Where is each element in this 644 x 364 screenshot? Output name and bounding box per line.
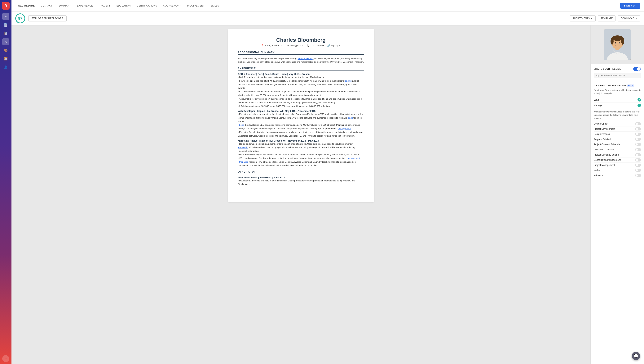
keyword-consenting-process: Consenting Process bbox=[594, 147, 641, 152]
download-label: DOWNLOAD bbox=[621, 17, 634, 20]
managed-link[interactable]: Managed bbox=[239, 161, 248, 163]
nav-coursework[interactable]: COURSEWORK bbox=[160, 3, 184, 8]
nav-project[interactable]: PROJECT bbox=[96, 3, 113, 8]
keyword-project-management: Project Management bbox=[594, 163, 641, 168]
keyword-prepare-detailed-toggle[interactable] bbox=[635, 138, 641, 141]
nav-experience[interactable]: EXPERIENCE bbox=[74, 3, 96, 8]
download-chevron-icon: ▼ bbox=[635, 17, 637, 20]
keyword-lead-check: ✓ bbox=[638, 98, 641, 102]
keyword-project-management-toggle[interactable] bbox=[635, 164, 641, 167]
nav-involvement[interactable]: INVOLVEMENT bbox=[184, 3, 207, 8]
other1-title: Venture Architect | FlashFeed | June 202… bbox=[238, 176, 364, 179]
exp3-bullet-3: • Managed mobile 2 PPC strategy efforts,… bbox=[238, 160, 364, 167]
other-stuff-title: OTHER STUFF bbox=[238, 170, 364, 174]
keyword-project-consent-schedule: Project Consent Schedule bbox=[594, 142, 641, 147]
keyword-project-management-label: Project Management bbox=[594, 164, 615, 166]
keyword-project-consent-schedule-label: Project Consent Schedule bbox=[594, 143, 620, 146]
nav-rezi-resume[interactable]: REZI RESUME bbox=[15, 3, 38, 8]
share-label: SHARE YOUR RESUME bbox=[594, 68, 621, 70]
keyword-lead: Lead ✓ bbox=[594, 97, 641, 103]
sidebar-film-icon[interactable]: 🎦 bbox=[2, 55, 9, 62]
other1-bullet-1: • Developed 1 no-code and fully-featured… bbox=[238, 179, 364, 186]
sidebar-doc1-icon[interactable]: 📄 bbox=[2, 22, 9, 28]
nav-skills[interactable]: SKILLS bbox=[208, 3, 222, 8]
resume-area: Charles Bloomberg 📍 Seoul, South Korea ✉… bbox=[12, 26, 590, 364]
nav-contact[interactable]: CONTACT bbox=[38, 3, 55, 8]
keyword-verbal-toggle[interactable] bbox=[635, 169, 641, 172]
nav-education[interactable]: EDUCATION bbox=[114, 3, 133, 8]
profile-avatar bbox=[604, 29, 631, 60]
keyword-manage-label: Manage bbox=[594, 104, 602, 107]
lead-link[interactable]: Lead bbox=[239, 124, 244, 126]
keyword-construction-management-toggle[interactable] bbox=[635, 158, 641, 161]
chat-bubble[interactable]: 💬 bbox=[632, 352, 640, 360]
other1-bullets: • Developed 1 no-code and fully-featured… bbox=[238, 179, 364, 186]
leading-link[interactable]: leading bbox=[344, 80, 352, 82]
management-link-2[interactable]: management bbox=[347, 157, 360, 159]
app-logo[interactable]: R bbox=[2, 2, 10, 10]
sidebar-add-icon[interactable]: + bbox=[2, 13, 9, 20]
professional-summary-text: Passion for building inspiring companies… bbox=[238, 57, 364, 64]
share-row: SHARE YOUR RESUME bbox=[594, 67, 641, 71]
ai-title: A.I. KEYWORD TARGETING BETA bbox=[594, 84, 641, 87]
keyword-consenting-process-toggle[interactable] bbox=[635, 148, 641, 151]
beta-badge: BETA bbox=[627, 84, 634, 87]
exp1-bullet-4: • Accountable for developing new busines… bbox=[238, 97, 364, 104]
adjustments-label: ADJUSTMENTS bbox=[573, 17, 590, 20]
industry-leading-link[interactable]: industry-leading bbox=[298, 57, 313, 60]
resume-contact: 📍 Seoul, South Korea ✉ hello@rezi.io 📞 0… bbox=[238, 44, 364, 47]
exp2-bullets: • Executed website redesign of kaplancle… bbox=[238, 112, 364, 137]
keyword-design-option: Design Option bbox=[594, 121, 641, 126]
sidebar-person-icon[interactable]: 👤 bbox=[2, 64, 9, 71]
keyword-project-development-label: Project Development bbox=[594, 128, 615, 130]
keyword-prepare-detailed: Prepare Detailed bbox=[594, 137, 641, 142]
keyword-manage-check: ✓ bbox=[638, 104, 641, 107]
keyword-verbal: Verbal bbox=[594, 168, 641, 173]
keyword-project-development-toggle[interactable] bbox=[635, 127, 641, 130]
other-stuff-1: Venture Architect | FlashFeed | June 202… bbox=[238, 176, 364, 186]
svg-point-10 bbox=[619, 42, 620, 44]
contact-phone: 📞 01062375053 bbox=[306, 44, 324, 47]
nav-summary[interactable]: SUMMARY bbox=[56, 3, 74, 8]
contact-linkedin: 🔗 in/jjacquet bbox=[327, 44, 341, 47]
exp3-bullets: • Relied and implement Tableau dashboard… bbox=[238, 142, 364, 167]
keyword-project-design-envelope-toggle[interactable] bbox=[635, 153, 641, 156]
keyword-design-option-toggle[interactable] bbox=[635, 122, 641, 125]
keyword-construction-management-label: Construction Management bbox=[594, 159, 621, 161]
adjustments-button[interactable]: ADJUSTMENTS ▼ bbox=[570, 15, 596, 22]
download-button[interactable]: DOWNLOAD ▼ bbox=[618, 15, 640, 22]
exp2-bullet-2: • Lead the developing SEO strategies mon… bbox=[238, 123, 364, 130]
keyword-influence-toggle[interactable] bbox=[635, 174, 641, 177]
sidebar-doc2-icon[interactable]: 📋 bbox=[2, 30, 9, 37]
keyword-project-development: Project Development bbox=[594, 126, 641, 132]
right-panel: SHARE YOUR RESUME app.rezi.io/s/854mSE4p… bbox=[590, 26, 644, 364]
exp3-title: Marketing Analyst | Kaplan | La Crosse, … bbox=[238, 139, 364, 142]
nav-certifications[interactable]: CERTIFICATIONS bbox=[134, 3, 160, 8]
share-url[interactable]: app.rezi.io/s/854mSE4p2EGJW bbox=[594, 73, 641, 78]
profile-photo-area bbox=[590, 26, 644, 64]
leads-link[interactable]: leads bbox=[348, 117, 353, 119]
sidebar-edit-icon[interactable]: ✎ bbox=[2, 38, 9, 45]
explore-score-button[interactable]: EXPLORE MY REZI SCORE bbox=[28, 15, 66, 22]
ai-description: Great work! You're ranking well for thes… bbox=[594, 89, 641, 95]
exp1-bullet-3: • Collaborated with the development team… bbox=[238, 90, 364, 97]
management-link-1[interactable]: management bbox=[338, 127, 351, 130]
suggested-keywords: Design Option Project Development bbox=[594, 121, 641, 178]
keyword-design-process-toggle[interactable] bbox=[635, 133, 641, 136]
share-toggle[interactable] bbox=[633, 67, 641, 71]
leadership-link[interactable]: leadership bbox=[238, 146, 248, 148]
template-button[interactable]: TEMPLATE bbox=[598, 15, 616, 22]
exp1-title: CEO & Founder | Rezi | Seoul, South Kore… bbox=[238, 73, 364, 76]
scorebar-actions: ADJUSTMENTS ▼ TEMPLATE DOWNLOAD ▼ bbox=[570, 15, 640, 22]
want-section: Want to improve your chances of getting … bbox=[594, 108, 641, 179]
keyword-prepare-detailed-label: Prepare Detailed bbox=[594, 138, 611, 141]
finish-up-button[interactable]: FINISH UP bbox=[620, 3, 640, 9]
confirmed-keywords: Lead ✓ Manage ✓ bbox=[594, 97, 641, 108]
keyword-project-design-envelope-label: Project Design Envelope bbox=[594, 153, 619, 156]
sidebar-arrow-icon[interactable]: → bbox=[2, 355, 9, 362]
experience-2: Web Developer | Kaplan | La Crosse, WI |… bbox=[238, 110, 364, 137]
toggle-knob bbox=[637, 67, 640, 71]
keyword-project-consent-schedule-toggle[interactable] bbox=[635, 143, 641, 146]
sidebar-paint-icon[interactable]: 🎨 bbox=[2, 47, 9, 54]
main-content: REZI RESUME CONTACT SUMMARY EXPERIENCE P… bbox=[12, 0, 644, 364]
